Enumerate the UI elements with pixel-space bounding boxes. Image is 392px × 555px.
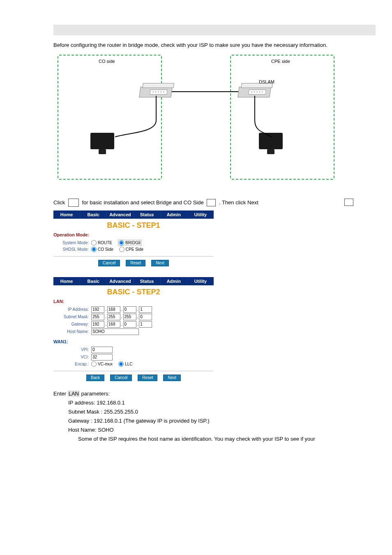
- gw-label: Gateway:: [53, 322, 91, 326]
- lan-desc: parameters: [80, 391, 108, 397]
- ip-oct1[interactable]: [91, 306, 104, 313]
- gw-line: Gateway : 192.168.0.1 (The gateway IP is…: [53, 416, 355, 426]
- mask-label: Subnet Mask:: [53, 314, 91, 319]
- step2-title: BASIC - STEP2: [53, 285, 214, 298]
- basic-step1-screenshot: Home Basic Advanced Status Admin Utility…: [53, 210, 214, 266]
- host-line: Host Name: SOHO: [53, 426, 355, 435]
- ip-oct3[interactable]: [123, 306, 136, 313]
- cancel-button[interactable]: Cancel: [98, 260, 120, 266]
- host-list-label: Host Name:: [68, 427, 97, 433]
- tab-status[interactable]: Status: [134, 277, 161, 285]
- gw-list-label: Gateway: [68, 418, 89, 424]
- tab-home[interactable]: Home: [53, 210, 80, 219]
- network-diagram: CO side CPE side • • • • • • • • • • DSL…: [53, 55, 355, 186]
- reset-button[interactable]: Reset: [126, 260, 145, 266]
- mask-oct1[interactable]: [91, 314, 104, 320]
- system-route-radio[interactable]: ROUTE: [91, 240, 112, 246]
- tab-advanced[interactable]: Advanced: [107, 210, 134, 219]
- encap-label: Encap.:: [53, 362, 91, 366]
- ip-oct2[interactable]: [107, 306, 120, 313]
- gw-oct4[interactable]: [139, 321, 152, 328]
- encap-llc-radio[interactable]: LLC: [118, 361, 132, 367]
- vci-input[interactable]: [91, 354, 113, 361]
- coside-radio-icon: [207, 199, 216, 206]
- mask-list-value: : 255.255.255.0: [101, 409, 138, 415]
- shdsl-cpe-text: CPE Side: [126, 247, 143, 252]
- intro-paragraph: Before configuring the router in bridge …: [53, 41, 355, 50]
- operation-mode-header: Operation Mode:: [53, 232, 214, 237]
- ip-line: IP address: 192.168.0.1: [53, 398, 355, 407]
- wan-header: WAN1:: [53, 339, 214, 344]
- step1-text: Click: [53, 199, 67, 206]
- shdsl-cpe-radio[interactable]: CPE Side: [119, 247, 143, 252]
- tab-admin[interactable]: Admin: [161, 210, 187, 219]
- back-button[interactable]: Back: [86, 375, 104, 381]
- lan-header: LAN:: [53, 299, 214, 304]
- next-button[interactable]: Next: [163, 375, 181, 381]
- system-mode-label: System Mode:: [53, 240, 91, 245]
- mask-oct3[interactable]: [123, 314, 136, 320]
- tab-basic[interactable]: Basic: [80, 277, 107, 285]
- shdsl-co-radio[interactable]: CO Side: [91, 247, 113, 252]
- system-bridge-text: BRIDGE: [125, 240, 141, 245]
- tab-admin[interactable]: Admin: [161, 277, 187, 285]
- nav-tabs-2: Home Basic Advanced Status Admin Utility: [53, 277, 214, 285]
- gw-list-value: : 192.168.0.1 (The gateway IP is provide…: [91, 418, 210, 424]
- gw-oct1[interactable]: [91, 321, 104, 328]
- basic-button-icon: [68, 199, 79, 207]
- mask-line: Subnet Mask : 255.255.255.0: [53, 407, 355, 416]
- ip-label: IP Address:: [53, 307, 91, 312]
- llc-text: LLC: [125, 362, 132, 366]
- tab-advanced[interactable]: Advanced: [107, 277, 134, 285]
- system-bridge-radio[interactable]: BRIDGE: [118, 240, 142, 246]
- step1-next-word: Next: [247, 199, 258, 206]
- section-bar: [53, 25, 376, 35]
- step1-text3: . Then click: [219, 199, 247, 206]
- next-button-icon: [344, 199, 353, 206]
- diagram-cables: [53, 55, 341, 182]
- ip-oct4[interactable]: [139, 306, 152, 313]
- cancel-button[interactable]: Cancel: [110, 375, 132, 381]
- host-list-value: SOHO: [98, 427, 113, 433]
- tab-status[interactable]: Status: [134, 210, 161, 219]
- host-note: Some of the ISP requires the host name a…: [53, 435, 355, 444]
- reset-button[interactable]: Reset: [138, 375, 157, 381]
- lan-highlight: LAN: [68, 391, 80, 397]
- step1-text2: for basic installation and select Bridge…: [82, 199, 205, 206]
- mask-list-label: Subnet Mask: [68, 409, 99, 415]
- system-route-text: ROUTE: [98, 240, 112, 245]
- tab-home[interactable]: Home: [53, 277, 80, 285]
- ip-list-label: IP address:: [68, 400, 95, 406]
- next-button[interactable]: Next: [151, 260, 169, 266]
- vpi-input[interactable]: [91, 347, 113, 353]
- gw-oct3[interactable]: [123, 321, 136, 328]
- basic-step2-screenshot: Home Basic Advanced Status Admin Utility…: [53, 277, 214, 381]
- step1-instruction: Click for basic installation and select …: [53, 199, 355, 207]
- host-input[interactable]: [91, 328, 139, 335]
- page-body: Before configuring the router in bridge …: [0, 41, 392, 460]
- step1-title: BASIC - STEP1: [53, 219, 214, 231]
- nav-tabs: Home Basic Advanced Status Admin Utility: [53, 210, 214, 219]
- shdsl-mode-label: SHDSL Mode:: [53, 247, 91, 252]
- ip-list-value: 192.168.0.1: [97, 400, 125, 406]
- mask-oct4[interactable]: [139, 314, 152, 320]
- parameter-list: Enter LAN parameters: IP address: 192.16…: [53, 389, 355, 444]
- host-label: Host Name:: [53, 329, 91, 334]
- tab-basic[interactable]: Basic: [80, 210, 107, 219]
- shdsl-co-text: CO Side: [98, 247, 113, 252]
- encap-vcmux-radio[interactable]: VC-mux: [91, 361, 113, 367]
- vci-label: VCI:: [53, 355, 91, 359]
- gw-oct2[interactable]: [107, 321, 120, 328]
- tab-utility[interactable]: Utility: [187, 277, 214, 285]
- lan-line: Enter LAN parameters:: [53, 389, 355, 398]
- tab-utility[interactable]: Utility: [187, 210, 214, 219]
- mask-oct2[interactable]: [107, 314, 120, 320]
- vcmux-text: VC-mux: [98, 362, 113, 366]
- vpi-label: VPI:: [53, 347, 91, 352]
